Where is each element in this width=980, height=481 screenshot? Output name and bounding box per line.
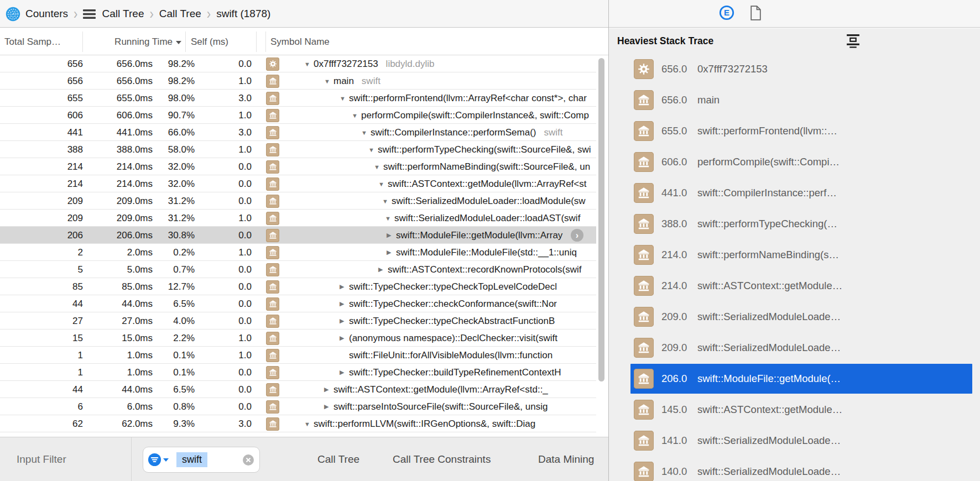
disclosure-open-icon[interactable]: ▼ — [340, 95, 349, 102]
stack-trace-row[interactable]: 441.0swift::CompilerInstance::perf… — [609, 177, 980, 208]
symbol-label: swift::ModuleFile::getModule(… — [697, 363, 967, 394]
breadcrumb-item-swift-focus[interactable]: swift (1878) — [216, 8, 270, 20]
call-tree-row[interactable]: 6262.0ms9.3%3.0▼swift::performLLVM(swift… — [0, 415, 596, 432]
clear-filter-icon[interactable] — [243, 454, 254, 466]
disclosure-open-icon[interactable]: ▼ — [352, 112, 361, 119]
stack-trace-row[interactable]: 206.0swift::ModuleFile::getModule(… — [609, 363, 980, 394]
column-divider[interactable] — [185, 32, 186, 52]
column-header-self[interactable]: Self (ms) — [191, 28, 228, 55]
call-tree-row[interactable]: 4444.0ms6.5%0.0▶swift::TypeChecker::chec… — [0, 295, 596, 312]
call-tree-row[interactable]: 1515.0ms2.2%1.0▶(anonymous namespace)::D… — [0, 330, 596, 347]
call-tree-row[interactable]: 214214.0ms32.0%0.0▼swift::ASTContext::ge… — [0, 175, 596, 192]
total-samples-cell: 62 — [0, 415, 83, 432]
disclosure-open-icon[interactable]: ▼ — [378, 181, 388, 187]
call-tree-list-icon[interactable] — [83, 9, 96, 19]
call-tree-row[interactable]: 209209.0ms31.2%0.0▼swift::SerializedModu… — [0, 192, 596, 210]
call-tree-row[interactable]: 11.0ms0.1%1.0swift::FileUnit::forAllVisi… — [0, 347, 596, 364]
filter-options-icon[interactable] — [148, 453, 161, 467]
breadcrumb-item-call-tree-1[interactable]: Call Tree — [102, 8, 144, 20]
tab-data-mining[interactable]: Data Mining — [538, 437, 594, 481]
call-tree-row[interactable]: 606606.0ms90.7%1.0▼performCompile(swift:… — [0, 107, 596, 124]
filter-query-text[interactable]: swift — [176, 452, 207, 467]
running-time-percent-cell: 2.2% — [155, 330, 195, 347]
disclosure-open-icon[interactable]: ▼ — [361, 129, 371, 136]
total-samples-cell: 214 — [0, 175, 83, 192]
stack-trace-row[interactable]: 214.0swift::ASTContext::getModule… — [609, 270, 980, 301]
disclosure-open-icon[interactable]: ▼ — [385, 215, 394, 222]
call-tree-row[interactable]: 656656.0ms98.2%0.0▼0x7fff73272153libdyld… — [0, 55, 596, 72]
stack-trace-row[interactable]: 606.0performCompile(swift::Compi… — [609, 147, 980, 177]
disclosure-closed-icon[interactable]: ▶ — [340, 300, 349, 307]
vertical-scrollbar[interactable] — [598, 58, 605, 410]
call-tree-row[interactable]: 4444.0ms6.5%0.0▶swift::ASTContext::getMo… — [0, 381, 596, 398]
column-header-symbol-name[interactable]: Symbol Name — [270, 28, 330, 55]
call-tree-row[interactable]: 214214.0ms32.0%0.0▼swift::performNameBin… — [0, 158, 596, 175]
disclosure-open-icon[interactable]: ▼ — [304, 421, 314, 427]
symbol-label: main — [697, 85, 967, 116]
chevron-down-icon[interactable] — [163, 458, 169, 462]
disclosure-closed-icon[interactable]: ▶ — [387, 232, 396, 239]
disclosure-open-icon[interactable]: ▼ — [324, 78, 333, 85]
disclosure-closed-icon[interactable]: ▶ — [340, 334, 349, 342]
stack-trace-row[interactable]: 656.0main — [609, 85, 980, 116]
stack-trace-row[interactable]: 656.00x7fff73272153 — [609, 54, 980, 85]
scrollbar-thumb[interactable] — [598, 58, 604, 381]
disclosure-closed-icon[interactable]: ▶ — [340, 317, 349, 325]
focus-disclosure-arrow-icon[interactable]: › — [571, 229, 583, 242]
stack-trace-row[interactable]: 141.0swift::SerializedModuleLoade… — [609, 425, 980, 456]
symbol-cell: ▶swift::ASTContext::recordKnownProtocols… — [304, 261, 596, 278]
stack-compression-icon[interactable] — [846, 33, 861, 51]
total-samples-cell: 6 — [0, 398, 83, 415]
disclosure-closed-icon[interactable]: ▶ — [324, 403, 333, 410]
call-tree-row[interactable]: 22.0ms0.2%1.0▶swift::ModuleFile::ModuleF… — [0, 244, 596, 261]
call-tree-row[interactable]: 8585.0ms12.7%0.0▶swift::TypeChecker::typ… — [0, 278, 596, 295]
disclosure-open-icon[interactable]: ▼ — [304, 61, 314, 67]
disclosure-open-icon[interactable]: ▼ — [374, 164, 383, 170]
call-tree-row[interactable]: 388388.0ms58.0%1.0▼swift::performTypeChe… — [0, 141, 596, 158]
call-tree-row[interactable]: 66.0ms0.8%0.0▶swift::parseIntoSourceFile… — [0, 398, 596, 415]
disclosure-open-icon[interactable]: ▼ — [382, 198, 392, 205]
total-samples-cell: 85 — [0, 278, 83, 295]
call-tree-row[interactable]: 206206.0ms30.8%0.0▶swift::ModuleFile::ge… — [0, 227, 596, 244]
disclosure-closed-icon[interactable]: ▶ — [378, 266, 388, 273]
extended-detail-icon[interactable]: E — [719, 5, 734, 23]
document-icon[interactable] — [749, 5, 763, 23]
breadcrumb-item-call-tree-2[interactable]: Call Tree — [159, 8, 201, 20]
disclosure-closed-icon[interactable]: ▶ — [340, 369, 349, 376]
column-divider[interactable] — [265, 32, 266, 52]
stack-trace-row[interactable]: 209.0swift::SerializedModuleLoade… — [609, 301, 980, 332]
column-divider[interactable] — [82, 32, 83, 52]
running-time-percent-cell: 66.0% — [155, 124, 195, 141]
call-tree-row[interactable]: 2727.0ms4.0%0.0▶swift::TypeChecker::type… — [0, 312, 596, 330]
library-bank-icon — [634, 400, 654, 420]
stack-trace-row[interactable]: 388.0swift::performTypeChecking(… — [609, 208, 980, 239]
filter-search-field[interactable]: swift — [143, 447, 260, 473]
total-samples-cell: 209 — [0, 192, 83, 210]
disclosure-closed-icon[interactable]: ▶ — [324, 386, 333, 393]
call-tree-row[interactable]: 655655.0ms98.0%3.0▼swift::performFronten… — [0, 90, 596, 107]
stack-trace-row[interactable]: 209.0swift::SerializedModuleLoade… — [609, 332, 980, 363]
column-divider[interactable] — [256, 32, 257, 52]
library-bank-icon — [266, 381, 279, 398]
column-header-running-time[interactable]: Running Time — [84, 28, 183, 55]
call-tree-row[interactable]: 11.0ms0.1%0.0▶swift::TypeChecker::buildT… — [0, 364, 596, 381]
disclosure-closed-icon[interactable]: ▶ — [340, 283, 349, 290]
stack-trace-row[interactable]: 655.0swift::performFrontend(llvm::… — [609, 116, 980, 147]
tab-call-tree-constraints[interactable]: Call Tree Constraints — [393, 437, 491, 481]
disclosure-open-icon[interactable]: ▼ — [368, 147, 378, 153]
call-tree-row[interactable]: 656656.0ms98.2%1.0▼mainswift — [0, 72, 596, 90]
call-tree-row[interactable]: 209209.0ms31.2%1.0▼swift::SerializedModu… — [0, 210, 596, 227]
library-bank-icon — [634, 152, 654, 172]
column-header-total-samples[interactable]: Total Samp… — [4, 28, 61, 55]
call-tree-row[interactable]: 55.0ms0.7%0.0▶swift::ASTContext::recordK… — [0, 261, 596, 278]
disclosure-closed-icon[interactable]: ▶ — [387, 249, 396, 256]
stack-trace-row[interactable]: 145.0swift::ASTContext::getModule… — [609, 394, 980, 425]
running-time-percent-cell: 0.1% — [155, 347, 195, 364]
symbol-cell: ▼swift::CompilerInstance::performSema()s… — [304, 124, 596, 141]
breadcrumb-item-counters[interactable]: Counters — [25, 8, 68, 20]
stack-trace-row[interactable]: 140.0swift::SerializedModuleLoade… — [609, 456, 980, 481]
stack-trace-row[interactable]: 214.0swift::performNameBinding(s… — [609, 239, 980, 270]
symbol-cell: ▼swift::SerializedModuleLoader::loadAST(… — [304, 210, 596, 227]
call-tree-row[interactable]: 441441.0ms66.0%3.0▼swift::CompilerInstan… — [0, 124, 596, 141]
tab-call-tree[interactable]: Call Tree — [317, 437, 359, 481]
